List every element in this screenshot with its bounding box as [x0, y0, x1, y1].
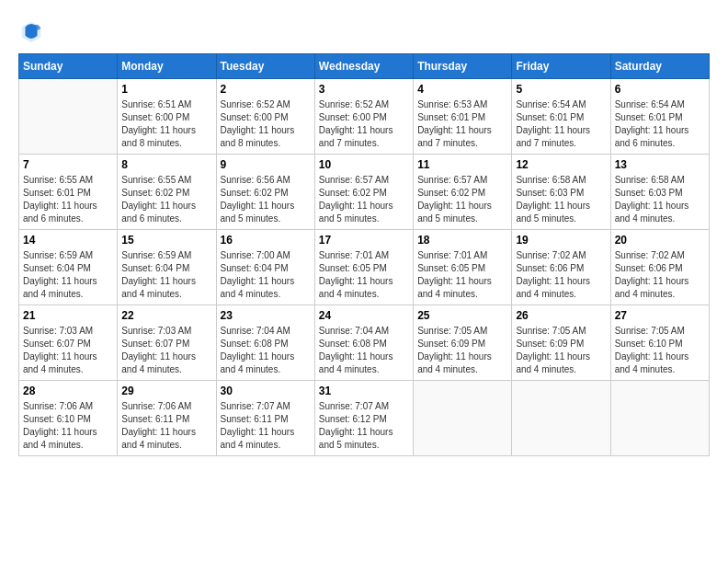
day-info: Sunrise: 6:57 AMSunset: 6:02 PMDaylight:… — [417, 174, 507, 225]
calendar-header-row: SundayMondayTuesdayWednesdayThursdayFrid… — [19, 54, 710, 79]
day-number: 24 — [319, 309, 409, 322]
calendar-day-cell: 28Sunrise: 7:06 AMSunset: 6:10 PMDayligh… — [19, 381, 118, 456]
day-of-week-header: Monday — [118, 54, 216, 79]
calendar-day-cell: 6Sunrise: 6:54 AMSunset: 6:01 PMDaylight… — [610, 79, 709, 155]
calendar-week-row: 28Sunrise: 7:06 AMSunset: 6:10 PMDayligh… — [19, 381, 710, 456]
calendar-day-cell: 4Sunrise: 6:53 AMSunset: 6:01 PMDaylight… — [414, 79, 512, 155]
day-info: Sunrise: 7:05 AMSunset: 6:09 PMDaylight:… — [516, 325, 606, 376]
calendar-day-cell: 16Sunrise: 7:00 AMSunset: 6:04 PMDayligh… — [216, 230, 314, 305]
calendar-week-row: 14Sunrise: 6:59 AMSunset: 6:04 PMDayligh… — [19, 230, 710, 305]
calendar-day-cell: 18Sunrise: 7:01 AMSunset: 6:05 PMDayligh… — [414, 230, 512, 305]
calendar-day-cell: 17Sunrise: 7:01 AMSunset: 6:05 PMDayligh… — [314, 230, 413, 305]
day-number: 21 — [23, 309, 113, 322]
day-info: Sunrise: 7:05 AMSunset: 6:10 PMDaylight:… — [615, 325, 705, 376]
day-info: Sunrise: 6:57 AMSunset: 6:02 PMDaylight:… — [319, 174, 409, 225]
day-number: 22 — [121, 309, 211, 322]
calendar-day-cell: 22Sunrise: 7:03 AMSunset: 6:07 PMDayligh… — [118, 305, 216, 381]
day-info: Sunrise: 6:53 AMSunset: 6:01 PMDaylight:… — [417, 98, 507, 150]
calendar-day-cell — [19, 79, 118, 155]
calendar-day-cell: 21Sunrise: 7:03 AMSunset: 6:07 PMDayligh… — [19, 305, 118, 381]
day-of-week-header: Sunday — [19, 54, 118, 79]
day-number: 31 — [319, 385, 409, 397]
calendar-day-cell: 13Sunrise: 6:58 AMSunset: 6:03 PMDayligh… — [610, 155, 709, 230]
calendar-day-cell: 25Sunrise: 7:05 AMSunset: 6:09 PMDayligh… — [414, 305, 512, 381]
day-info: Sunrise: 6:58 AMSunset: 6:03 PMDaylight:… — [516, 174, 606, 225]
day-number: 9 — [221, 158, 311, 171]
day-info: Sunrise: 7:04 AMSunset: 6:08 PMDaylight:… — [221, 325, 311, 376]
calendar-week-row: 1Sunrise: 6:51 AMSunset: 6:00 PMDaylight… — [19, 79, 710, 155]
calendar-day-cell: 29Sunrise: 7:06 AMSunset: 6:11 PMDayligh… — [118, 381, 216, 456]
day-number: 2 — [221, 83, 311, 96]
calendar-day-cell: 11Sunrise: 6:57 AMSunset: 6:02 PMDayligh… — [414, 155, 512, 230]
day-number: 15 — [121, 234, 211, 247]
day-number: 23 — [221, 309, 311, 322]
calendar-day-cell: 31Sunrise: 7:07 AMSunset: 6:12 PMDayligh… — [314, 381, 413, 456]
day-number: 25 — [417, 309, 507, 322]
day-of-week-header: Wednesday — [314, 54, 413, 79]
calendar-day-cell: 14Sunrise: 6:59 AMSunset: 6:04 PMDayligh… — [19, 230, 118, 305]
day-info: Sunrise: 6:56 AMSunset: 6:02 PMDaylight:… — [221, 174, 311, 225]
day-number: 26 — [516, 309, 606, 322]
day-info: Sunrise: 7:06 AMSunset: 6:11 PMDaylight:… — [121, 400, 211, 452]
day-number: 7 — [23, 158, 113, 171]
calendar-day-cell: 8Sunrise: 6:55 AMSunset: 6:02 PMDaylight… — [118, 155, 216, 230]
day-of-week-header: Thursday — [414, 54, 512, 79]
day-info: Sunrise: 7:07 AMSunset: 6:11 PMDaylight:… — [221, 400, 311, 452]
day-of-week-header: Saturday — [610, 54, 709, 79]
day-number: 3 — [319, 83, 409, 96]
calendar-day-cell: 12Sunrise: 6:58 AMSunset: 6:03 PMDayligh… — [512, 155, 610, 230]
day-number: 19 — [516, 234, 606, 247]
calendar-day-cell: 3Sunrise: 6:52 AMSunset: 6:00 PMDaylight… — [314, 79, 413, 155]
calendar-day-cell: 27Sunrise: 7:05 AMSunset: 6:10 PMDayligh… — [610, 305, 709, 381]
calendar-day-cell: 30Sunrise: 7:07 AMSunset: 6:11 PMDayligh… — [216, 381, 314, 456]
calendar-day-cell: 7Sunrise: 6:55 AMSunset: 6:01 PMDaylight… — [19, 155, 118, 230]
calendar-day-cell: 1Sunrise: 6:51 AMSunset: 6:00 PMDaylight… — [118, 79, 216, 155]
day-info: Sunrise: 6:58 AMSunset: 6:03 PMDaylight:… — [615, 174, 705, 225]
day-number: 14 — [23, 234, 113, 247]
day-info: Sunrise: 6:52 AMSunset: 6:00 PMDaylight:… — [221, 98, 311, 150]
day-number: 4 — [417, 83, 507, 96]
page-header — [18, 18, 710, 44]
calendar-day-cell: 20Sunrise: 7:02 AMSunset: 6:06 PMDayligh… — [610, 230, 709, 305]
day-number: 8 — [121, 158, 211, 171]
day-info: Sunrise: 6:55 AMSunset: 6:02 PMDaylight:… — [121, 174, 211, 225]
day-info: Sunrise: 7:01 AMSunset: 6:05 PMDaylight:… — [417, 249, 507, 301]
calendar-day-cell: 26Sunrise: 7:05 AMSunset: 6:09 PMDayligh… — [512, 305, 610, 381]
day-number: 20 — [615, 234, 705, 247]
day-number: 28 — [23, 385, 113, 397]
logo — [18, 18, 48, 44]
day-info: Sunrise: 6:59 AMSunset: 6:04 PMDaylight:… — [23, 249, 113, 301]
logo-icon — [18, 18, 44, 44]
day-number: 5 — [516, 83, 606, 96]
calendar-day-cell — [414, 381, 512, 456]
calendar-day-cell: 15Sunrise: 6:59 AMSunset: 6:04 PMDayligh… — [118, 230, 216, 305]
day-number: 6 — [615, 83, 705, 96]
day-info: Sunrise: 7:03 AMSunset: 6:07 PMDaylight:… — [23, 325, 113, 376]
day-number: 27 — [615, 309, 705, 322]
day-of-week-header: Friday — [512, 54, 610, 79]
day-number: 17 — [319, 234, 409, 247]
day-info: Sunrise: 7:03 AMSunset: 6:07 PMDaylight:… — [121, 325, 211, 376]
calendar-day-cell: 2Sunrise: 6:52 AMSunset: 6:00 PMDaylight… — [216, 79, 314, 155]
calendar-day-cell — [512, 381, 610, 456]
day-info: Sunrise: 7:05 AMSunset: 6:09 PMDaylight:… — [417, 325, 507, 376]
day-info: Sunrise: 7:01 AMSunset: 6:05 PMDaylight:… — [319, 249, 409, 301]
day-number: 13 — [615, 158, 705, 171]
day-info: Sunrise: 7:06 AMSunset: 6:10 PMDaylight:… — [23, 400, 113, 452]
calendar-week-row: 21Sunrise: 7:03 AMSunset: 6:07 PMDayligh… — [19, 305, 710, 381]
day-number: 16 — [221, 234, 311, 247]
day-info: Sunrise: 7:07 AMSunset: 6:12 PMDaylight:… — [319, 400, 409, 452]
day-info: Sunrise: 6:54 AMSunset: 6:01 PMDaylight:… — [516, 98, 606, 150]
day-info: Sunrise: 6:52 AMSunset: 6:00 PMDaylight:… — [319, 98, 409, 150]
day-number: 1 — [121, 83, 211, 96]
calendar-day-cell: 19Sunrise: 7:02 AMSunset: 6:06 PMDayligh… — [512, 230, 610, 305]
day-number: 30 — [221, 385, 311, 397]
calendar-day-cell — [610, 381, 709, 456]
calendar-day-cell: 9Sunrise: 6:56 AMSunset: 6:02 PMDaylight… — [216, 155, 314, 230]
day-number: 29 — [121, 385, 211, 397]
day-number: 18 — [417, 234, 507, 247]
calendar-day-cell: 24Sunrise: 7:04 AMSunset: 6:08 PMDayligh… — [314, 305, 413, 381]
day-info: Sunrise: 6:55 AMSunset: 6:01 PMDaylight:… — [23, 174, 113, 225]
day-info: Sunrise: 7:02 AMSunset: 6:06 PMDaylight:… — [615, 249, 705, 301]
day-number: 12 — [516, 158, 606, 171]
